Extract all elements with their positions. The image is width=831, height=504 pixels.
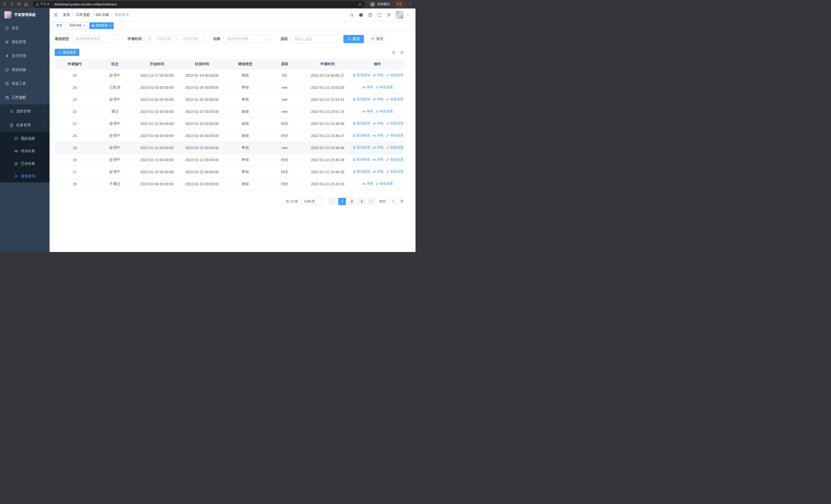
tab-leave-query[interactable]: 请假查询×	[89, 22, 114, 29]
reason-input[interactable]	[291, 35, 340, 43]
op-label: 取消请假	[357, 145, 370, 150]
page-size-select[interactable]: 10条/页	[301, 198, 324, 205]
table-row[interactable]: 25处理中2021-12-27 00:00:002022-01-19 00:00…	[55, 69, 404, 81]
sidebar-item-payment-management[interactable]: ¥支付管理	[0, 49, 50, 63]
sidebar-item-done-tasks[interactable]: 已办任务	[0, 157, 50, 170]
avatar-caret-icon[interactable]	[406, 13, 409, 17]
page-button-3[interactable]: 3	[358, 198, 366, 205]
table-row[interactable]: 16不通过2022-01-04 00:00:002022-01-13 00:00…	[55, 178, 404, 190]
close-tab-icon[interactable]: ×	[83, 24, 85, 27]
detail-link[interactable]: 详情	[373, 169, 383, 174]
main-area: 首页/工作流程/OA 示例/请假查询 首页流程详情×请假查询×	[50, 8, 416, 252]
page-button-2[interactable]: 2	[348, 198, 356, 205]
bookmark-star-icon[interactable]	[358, 3, 362, 6]
tab-process-detail[interactable]: 流程详情×	[66, 22, 88, 29]
table-row[interactable]: 20处理中2022-01-04 00:00:002022-01-04 00:00…	[55, 129, 404, 142]
toggle-search-button[interactable]	[392, 51, 396, 54]
browser-menu-button[interactable]	[408, 2, 412, 6]
table-row[interactable]: 23处理中2022-01-03 00:00:002022-01-26 00:00…	[55, 93, 404, 106]
refresh-table-button[interactable]	[400, 51, 404, 54]
cell-end-time: 2022-01-22 00:00:00	[179, 106, 225, 118]
help-button[interactable]	[368, 13, 372, 17]
cell-operations: 详情审批进度	[351, 106, 404, 118]
sidebar-item-process-management[interactable]: 流程管理	[0, 105, 50, 118]
table-row[interactable]: 18处理中2022-01-11 00:00:002022-01-11 00:00…	[55, 154, 404, 166]
approval-progress-link[interactable]: 审批进度	[375, 181, 393, 186]
op-label: 审批进度	[390, 73, 403, 78]
breadcrumb-item[interactable]: OA 示例	[96, 12, 109, 17]
detail-link[interactable]: 详情	[373, 97, 383, 101]
reload-button[interactable]	[17, 2, 21, 6]
back-button[interactable]	[3, 2, 7, 6]
chevron-down-icon	[43, 40, 46, 43]
approval-progress-link[interactable]: 审批进度	[386, 73, 403, 78]
cell-end-time: 2022-01-26 00:00:00	[179, 93, 225, 106]
table-row[interactable]: 17处理中2022-01-22 00:00:002022-01-22 00:00…	[55, 166, 404, 178]
tab-home[interactable]: 首页	[54, 22, 65, 29]
leave-type-select[interactable]: 请选择请假类型	[72, 35, 119, 43]
table-row[interactable]: 19处理中2022-01-22 00:00:002022-01-22 00:00…	[55, 142, 404, 154]
create-leave-button[interactable]: 发起请假	[55, 49, 79, 56]
sidebar-item-home[interactable]: 首页	[0, 21, 50, 35]
breadcrumb-item[interactable]: 首页	[63, 12, 70, 17]
reset-button[interactable]: 重置	[367, 35, 388, 43]
sidebar-item-todo-tasks[interactable]: 待办任务	[0, 145, 50, 157]
sidebar-item-dev-tools[interactable]: 研发工具	[0, 77, 50, 91]
approval-progress-link[interactable]: 审批进度	[386, 169, 403, 174]
navbar-search-button[interactable]	[349, 13, 354, 17]
sidebar-item-my-process[interactable]: 我的流程	[0, 132, 50, 145]
table-row[interactable]: 24已取消2022-01-03 00:00:002022-01-26 00:00…	[55, 81, 404, 93]
cancel-leave-link[interactable]: 取消请假	[353, 133, 370, 138]
logo-image	[4, 11, 11, 19]
cancel-leave-link[interactable]: 取消请假	[353, 97, 370, 101]
detail-link[interactable]: 详情	[362, 85, 373, 90]
cancel-leave-link[interactable]: 取消请假	[353, 169, 370, 174]
github-button[interactable]	[359, 13, 363, 17]
security-chip[interactable]: 不安全	[36, 2, 50, 6]
result-select[interactable]: 请选择流结果	[224, 35, 272, 43]
forward-button[interactable]	[10, 2, 14, 6]
cancel-leave-link[interactable]: 取消请假	[353, 157, 370, 162]
detail-link[interactable]: 详情	[373, 157, 383, 162]
update-button[interactable]: 更新	[393, 2, 405, 7]
prev-page-button[interactable]	[328, 198, 336, 205]
date-range-picker[interactable]: 开始日期 - 结束日期	[145, 35, 204, 43]
cancel-leave-link[interactable]: 取消请假	[353, 121, 370, 126]
sidebar-item-infrastructure[interactable]: 基础设施	[0, 63, 50, 77]
fullscreen-button[interactable]	[377, 13, 382, 17]
sidebar-item-system-management[interactable]: 系统管理	[0, 35, 50, 49]
detail-link[interactable]: 详情	[362, 181, 373, 186]
approval-progress-link[interactable]: 审批进度	[386, 97, 403, 101]
approval-progress-link[interactable]: 审批进度	[375, 85, 393, 90]
sidebar-item-workflow[interactable]: 工作流程	[0, 91, 50, 105]
user-avatar[interactable]	[396, 11, 403, 19]
page-button-1[interactable]: 1	[338, 198, 346, 205]
detail-link[interactable]: 详情	[373, 73, 383, 78]
approval-progress-link[interactable]: 审批进度	[386, 133, 403, 138]
approval-progress-link[interactable]: 审批进度	[375, 109, 393, 114]
table-row[interactable]: 22通过2022-01-22 00:00:002022-01-22 00:00:…	[55, 106, 404, 118]
approval-progress-link[interactable]: 审批进度	[386, 145, 403, 150]
detail-link[interactable]: 详情	[373, 133, 383, 138]
close-tab-icon[interactable]: ×	[109, 24, 111, 27]
search-button[interactable]: 搜索	[343, 35, 364, 43]
cell-operations: 取消请假详情审批进度	[351, 129, 404, 142]
detail-link[interactable]: 详情	[373, 145, 383, 150]
cell-operations: 取消请假详情审批进度	[351, 142, 404, 154]
home-button[interactable]	[24, 2, 28, 6]
sidebar-item-leave-query[interactable]: 请假查询	[0, 170, 50, 182]
goto-page-input[interactable]	[388, 198, 398, 205]
table-row[interactable]: 21处理中2022-01-22 00:00:002022-01-23 00:00…	[55, 118, 404, 129]
sidebar-item-task-management[interactable]: 任务管理	[0, 118, 50, 132]
font-size-button[interactable]	[386, 13, 391, 17]
sidebar-toggle-button[interactable]	[54, 12, 58, 17]
url-bar[interactable]: 不安全 dashboard.yudao.iocoder.cn/bpm/oa/le…	[33, 1, 365, 8]
detail-link[interactable]: 详情	[373, 121, 383, 126]
detail-link[interactable]: 详情	[362, 109, 373, 114]
approval-progress-link[interactable]: 审批进度	[386, 157, 403, 162]
breadcrumb-item[interactable]: 工作流程	[76, 12, 90, 17]
approval-progress-link[interactable]: 审批进度	[386, 121, 403, 126]
next-page-button[interactable]	[368, 198, 375, 205]
cancel-leave-link[interactable]: 取消请假	[353, 73, 370, 78]
cancel-leave-link[interactable]: 取消请假	[353, 145, 370, 150]
